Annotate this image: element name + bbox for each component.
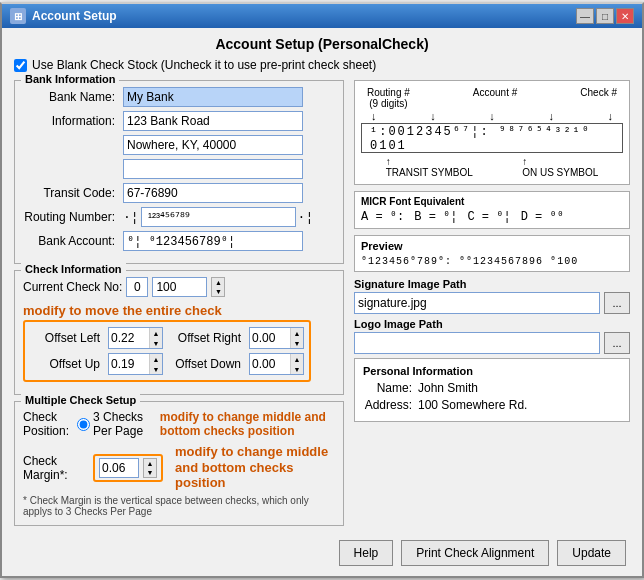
- offset-up-input[interactable]: [109, 354, 149, 374]
- routing-prefix-sym: ·¦: [123, 210, 139, 225]
- multi-check-setup: Multiple Check Setup Check Position: 3 C…: [14, 401, 344, 526]
- margin-highlighted-box: ▲ ▼: [93, 454, 163, 482]
- account-header-label: Account #: [473, 87, 517, 98]
- right-column: Routing # (9 digits) Account # Check # ↓: [354, 80, 630, 532]
- account-row: Bank Account:: [23, 231, 335, 251]
- pi-addr-row: Address: 100 Somewhere Rd.: [363, 398, 621, 412]
- bank-name-row: Bank Name:: [23, 87, 335, 107]
- offset-up-spin-up[interactable]: ▲: [150, 354, 162, 364]
- offset-down-spin-up[interactable]: ▲: [291, 354, 303, 364]
- offset-left-label: Offset Left: [30, 331, 100, 345]
- offset-left-spin-down[interactable]: ▼: [150, 338, 162, 348]
- micr-a: A = ⁰:: [361, 209, 404, 224]
- multi-check-label: Multiple Check Setup: [21, 394, 140, 406]
- preview-label: Preview: [361, 240, 623, 252]
- offset-row2: Offset Up ▲ ▼ Offset Down: [30, 353, 304, 375]
- routing-header-group: Routing # (9 digits): [367, 87, 410, 109]
- check-no-spin-down[interactable]: ▼: [212, 287, 224, 296]
- offset-right-input[interactable]: [250, 328, 290, 348]
- offset-right-spin-down[interactable]: ▼: [291, 338, 303, 348]
- logo-path-input[interactable]: [354, 332, 600, 354]
- micr-font-equiv-title: MICR Font Equivalent: [361, 196, 623, 207]
- signature-path-label: Signature Image Path: [354, 278, 630, 290]
- content: Account Setup (PersonalCheck) Use Blank …: [2, 28, 642, 576]
- offset-right-spin-up[interactable]: ▲: [291, 328, 303, 338]
- offset-left-input[interactable]: [109, 328, 149, 348]
- offset-down-spin-down[interactable]: ▼: [291, 364, 303, 374]
- print-alignment-button[interactable]: Print Check Alignment: [401, 540, 549, 566]
- logo-path-row: Logo Image Path ...: [354, 318, 630, 354]
- logo-path-input-row: ...: [354, 332, 630, 354]
- bottom-buttons-row: Help Print Check Alignment Update: [14, 540, 630, 566]
- preview-box: Preview ⁰123456⁰789⁰: ⁰⁰1234567896 ⁰100: [354, 235, 630, 272]
- transit-input[interactable]: [123, 183, 303, 203]
- arrow-down-check: ↓: [608, 110, 614, 122]
- signature-browse-button[interactable]: ...: [604, 292, 630, 314]
- check-no-spin-up[interactable]: ▲: [212, 278, 224, 287]
- arrow-down-account: ↓: [489, 110, 495, 122]
- offset-down-input[interactable]: [250, 354, 290, 374]
- title-bar-buttons: — □ ✕: [576, 8, 634, 24]
- routing-header-label: Routing #: [367, 87, 410, 98]
- blank-check-label: Use Blank Check Stock (Uncheck it to use…: [32, 58, 376, 72]
- offset-down-spinner[interactable]: ▲ ▼: [249, 353, 304, 375]
- current-no-label: Current Check No:: [23, 280, 122, 294]
- three-checks-option[interactable]: 3 Checks Per Page: [77, 410, 146, 438]
- micr-equiv-chars: A = ⁰: B = ⁰¦ C = ⁰¦ D = ⁰⁰: [361, 209, 623, 224]
- offset-left-spinner[interactable]: ▲ ▼: [108, 327, 163, 349]
- three-checks-label: 3 Checks Per Page: [93, 410, 146, 438]
- onus-symbol-label: ↑ON US SYMBOL: [522, 156, 598, 178]
- bank-name-input[interactable]: [123, 87, 303, 107]
- margin-spin-up[interactable]: ▲: [144, 459, 156, 468]
- micr-d: D = ⁰⁰: [521, 209, 564, 224]
- transit-label: Transit Code:: [23, 186, 123, 200]
- offset-left-spin-btns: ▲ ▼: [149, 328, 162, 348]
- orange-note-multi: modify to change middle and bottom check…: [160, 410, 335, 438]
- logo-browse-button[interactable]: ...: [604, 332, 630, 354]
- help-button[interactable]: Help: [339, 540, 394, 566]
- title-bar-left: ⊞ Account Setup: [10, 8, 117, 24]
- offset-up-spinner[interactable]: ▲ ▼: [108, 353, 163, 375]
- info3-input[interactable]: [123, 159, 303, 179]
- left-column: Bank Information Bank Name: Information:: [14, 80, 344, 532]
- account-input[interactable]: [123, 231, 303, 251]
- offset-left-spin-up[interactable]: ▲: [150, 328, 162, 338]
- offset-highlighted-box: Offset Left ▲ ▼ Offset Right: [23, 320, 311, 382]
- routing-input[interactable]: [141, 207, 296, 227]
- page-title: Account Setup (PersonalCheck): [14, 36, 630, 52]
- margin-input[interactable]: [99, 458, 139, 478]
- margin-spin-down[interactable]: ▼: [144, 468, 156, 477]
- two-col-layout: Bank Information Bank Name: Information:: [14, 80, 630, 532]
- margin-label: Check Margin*:: [23, 454, 87, 482]
- offset-right-label: Offset Right: [171, 331, 241, 345]
- update-button[interactable]: Update: [557, 540, 626, 566]
- three-checks-radio[interactable]: [77, 418, 90, 431]
- info2-input[interactable]: [123, 135, 303, 155]
- micr-font-equiv-section: MICR Font Equivalent A = ⁰: B = ⁰¦ C = ⁰…: [354, 191, 630, 229]
- bank-name-label: Bank Name:: [23, 90, 123, 104]
- title-bar: ⊞ Account Setup — □ ✕: [2, 4, 642, 28]
- micr-c: C = ⁰¦: [467, 209, 510, 224]
- arrow-down-routing: ↓: [371, 110, 377, 122]
- check-no-prefix-input[interactable]: [126, 277, 148, 297]
- signature-path-input[interactable]: [354, 292, 600, 314]
- offset-up-spin-down[interactable]: ▼: [150, 364, 162, 374]
- micr-b: B = ⁰¦: [414, 209, 457, 224]
- margin-spin-btns: ▲ ▼: [143, 458, 157, 478]
- signature-path-input-row: ...: [354, 292, 630, 314]
- offset-right-spinner[interactable]: ▲ ▼: [249, 327, 304, 349]
- signature-path-row: Signature Image Path ...: [354, 278, 630, 314]
- check-no-row: Current Check No: ▲ ▼: [23, 277, 335, 297]
- close-button[interactable]: ✕: [616, 8, 634, 24]
- check-info-section-label: Check Information: [21, 263, 126, 275]
- bank-info-section-label: Bank Information: [21, 73, 119, 85]
- info2-row: [23, 135, 335, 155]
- info1-input[interactable]: [123, 111, 303, 131]
- minimize-button[interactable]: —: [576, 8, 594, 24]
- check-no-input[interactable]: [152, 277, 207, 297]
- blank-check-checkbox[interactable]: [14, 59, 27, 72]
- routing-sub-label: (9 digits): [369, 98, 407, 109]
- maximize-button[interactable]: □: [596, 8, 614, 24]
- pi-name-row: Name: John Smith: [363, 381, 621, 395]
- check-header-group: Check #: [580, 87, 617, 109]
